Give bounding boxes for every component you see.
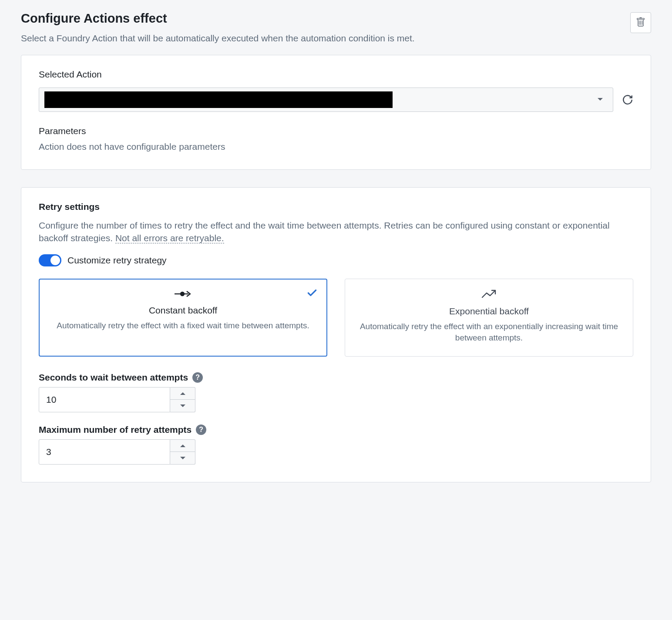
help-icon[interactable]: ? <box>192 372 203 383</box>
strategy-exponential-backoff[interactable]: Exponential backoff Automatically retry … <box>345 279 633 357</box>
max-retries-step-down[interactable] <box>170 452 195 465</box>
action-select-value-redacted <box>44 91 393 108</box>
parameters-empty-text: Action does not have configurable parame… <box>39 142 633 152</box>
strategy-exponential-desc: Automatically retry the effect with an e… <box>356 321 622 344</box>
page-subtitle: Select a Foundry Action that will be aut… <box>21 33 651 44</box>
caret-down-icon <box>597 96 603 104</box>
retry-settings-title: Retry settings <box>39 202 633 212</box>
trash-icon <box>636 17 645 28</box>
chevron-down-icon <box>180 454 186 462</box>
wait-seconds-label: Seconds to wait between attempts <box>39 372 188 383</box>
retry-errors-link[interactable]: Not all errors are retryable. <box>115 233 224 243</box>
trending-up-icon <box>481 290 497 301</box>
page-title: Configure Actions effect <box>21 11 167 26</box>
strategy-exponential-title: Exponential backoff <box>356 306 622 317</box>
check-icon <box>306 287 318 300</box>
refresh-icon[interactable] <box>622 94 633 105</box>
strategy-constant-title: Constant backoff <box>50 305 316 316</box>
customize-retry-label: Customize retry strategy <box>67 255 167 266</box>
wait-seconds-input[interactable] <box>39 387 170 412</box>
chevron-down-icon <box>180 402 186 410</box>
help-icon[interactable]: ? <box>196 425 206 435</box>
retry-settings-card: Retry settings Configure the number of t… <box>21 187 651 482</box>
wait-seconds-step-up[interactable] <box>170 387 195 400</box>
selected-action-label: Selected Action <box>39 69 633 80</box>
strategy-constant-desc: Automatically retry the effect with a fi… <box>50 320 316 332</box>
toggle-knob <box>50 256 60 265</box>
action-select[interactable] <box>39 88 613 112</box>
parameters-label: Parameters <box>39 126 633 136</box>
chevron-up-icon <box>180 442 186 450</box>
customize-retry-toggle[interactable] <box>39 254 61 266</box>
max-retries-label: Maximum number of retry attempts <box>39 425 192 435</box>
strategy-constant-backoff[interactable]: Constant backoff Automatically retry the… <box>39 279 327 357</box>
delete-button[interactable] <box>630 12 651 33</box>
wait-seconds-step-down[interactable] <box>170 400 195 412</box>
max-retries-input[interactable] <box>39 439 170 465</box>
constant-flow-icon <box>174 290 193 300</box>
chevron-up-icon <box>180 390 186 398</box>
selected-action-card: Selected Action Parameters Action does n… <box>21 55 651 170</box>
svg-point-1 <box>181 292 184 296</box>
retry-settings-description: Configure the number of times to retry t… <box>39 219 633 245</box>
max-retries-step-up[interactable] <box>170 439 195 452</box>
